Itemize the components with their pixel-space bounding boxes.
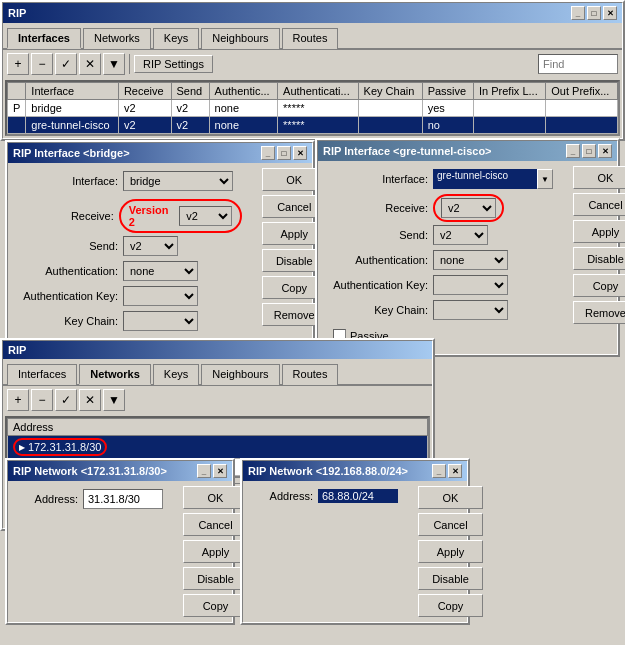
net172-copy-button[interactable]: Copy: [183, 594, 248, 617]
col-send[interactable]: Send: [171, 83, 209, 100]
bridge-close[interactable]: ✕: [293, 146, 307, 160]
net192-apply-button[interactable]: Apply: [418, 540, 483, 563]
tab2-routes[interactable]: Routes: [282, 364, 339, 385]
tab2-networks[interactable]: Networks: [79, 364, 151, 385]
tab2-keys[interactable]: Keys: [153, 364, 199, 385]
net192-cancel-button[interactable]: Cancel: [418, 513, 483, 536]
net192-copy-button[interactable]: Copy: [418, 594, 483, 617]
tab-networks[interactable]: Networks: [83, 28, 151, 49]
maximize-button[interactable]: □: [587, 6, 601, 20]
col-interface[interactable]: Interface: [26, 83, 119, 100]
bridge-send-select[interactable]: v2: [123, 236, 178, 256]
col-inprefix[interactable]: In Prefix L...: [474, 83, 546, 100]
minimize-button[interactable]: _: [571, 6, 585, 20]
gre-interface-value: gre-tunnel-cisco: [433, 169, 538, 189]
table-row[interactable]: ▶ 172.31.31.8/30: [8, 436, 428, 459]
tab2-interfaces[interactable]: Interfaces: [7, 364, 77, 385]
gre-ok-button[interactable]: OK: [573, 166, 625, 189]
gre-cancel-button[interactable]: Cancel: [573, 193, 625, 216]
tab2-neighbours[interactable]: Neighbours: [201, 364, 279, 385]
gre-remove-button[interactable]: Remove: [573, 301, 625, 324]
interfaces-table: Interface Receive Send Authentic... Auth…: [7, 82, 618, 134]
net-remove-button[interactable]: −: [31, 389, 53, 411]
gre-interface-dropdown[interactable]: ▼: [537, 169, 553, 189]
net-x-button[interactable]: ✕: [79, 389, 101, 411]
col-receive[interactable]: Receive: [118, 83, 171, 100]
bridge-maximize[interactable]: □: [277, 146, 291, 160]
bridge-send-label: Send:: [23, 240, 123, 252]
gre-interface-label: Interface:: [333, 173, 433, 185]
rip-network-192-window: RIP Network <192.168.88.0/24> _ ✕ Addres…: [240, 458, 470, 625]
table-row[interactable]: gre-tunnel-cisco v2 v2 none ***** no: [8, 117, 618, 134]
cell-auth1: none: [209, 117, 277, 134]
net192-title-bar: RIP Network <192.168.88.0/24> _ ✕: [243, 461, 467, 481]
receive-send-highlight: Version 2 v2: [119, 199, 242, 233]
net192-close[interactable]: ✕: [448, 464, 462, 478]
bridge-auth-select[interactable]: none: [123, 261, 198, 281]
gre-copy-button[interactable]: Copy: [573, 274, 625, 297]
x-button[interactable]: ✕: [79, 53, 101, 75]
table-row[interactable]: P bridge v2 v2 none ***** yes: [8, 100, 618, 117]
version-badge: Version 2: [129, 204, 175, 228]
gre-authkey-select[interactable]: [433, 275, 508, 295]
gre-send-label: Send:: [333, 229, 433, 241]
add-button[interactable]: +: [7, 53, 29, 75]
net192-disable-button[interactable]: Disable: [418, 567, 483, 590]
net-add-button[interactable]: +: [7, 389, 29, 411]
col-outprefix[interactable]: Out Prefix...: [546, 83, 618, 100]
net172-disable-button[interactable]: Disable: [183, 567, 248, 590]
rip-second-title: RIP: [8, 344, 26, 356]
cell-passive: yes: [422, 100, 473, 117]
remove-button[interactable]: −: [31, 53, 53, 75]
net192-address-value[interactable]: 68.88.0/24: [318, 489, 398, 503]
gre-send-select[interactable]: v2: [433, 225, 488, 245]
arrow-172: ▶: [19, 443, 25, 452]
toolbar-divider: [129, 54, 130, 74]
col-auth1[interactable]: Authentic...: [209, 83, 277, 100]
col-address[interactable]: Address: [8, 419, 428, 436]
check-button[interactable]: ✓: [55, 53, 77, 75]
gre-receive-label: Receive:: [333, 202, 433, 214]
rip-settings-button[interactable]: RIP Settings: [134, 55, 213, 73]
gre-keychain-select[interactable]: [433, 300, 508, 320]
net172-close[interactable]: ✕: [213, 464, 227, 478]
col-p[interactable]: [8, 83, 26, 100]
gre-auth-select[interactable]: none: [433, 250, 508, 270]
bridge-title-bar: RIP Interface <bridge> _ □ ✕: [8, 143, 312, 163]
search-input[interactable]: [538, 54, 618, 74]
col-auth2[interactable]: Authenticati...: [278, 83, 359, 100]
net-check-button[interactable]: ✓: [55, 389, 77, 411]
bridge-interface-select[interactable]: bridge: [123, 171, 233, 191]
net172-title-bar: RIP Network <172.31.31.8/30> _ ✕: [8, 461, 232, 481]
net172-cancel-button[interactable]: Cancel: [183, 513, 248, 536]
gre-maximize[interactable]: □: [582, 144, 596, 158]
tab-interfaces[interactable]: Interfaces: [7, 28, 81, 49]
gre-disable-button[interactable]: Disable: [573, 247, 625, 270]
net192-ok-button[interactable]: OK: [418, 486, 483, 509]
bridge-keychain-row: Key Chain:: [13, 311, 252, 331]
col-keychain[interactable]: Key Chain: [358, 83, 422, 100]
net192-minimize[interactable]: _: [432, 464, 446, 478]
bridge-keychain-select[interactable]: [123, 311, 198, 331]
tab-routes[interactable]: Routes: [282, 28, 339, 49]
net172-ok-button[interactable]: OK: [183, 486, 248, 509]
col-passive[interactable]: Passive: [422, 83, 473, 100]
net172-apply-button[interactable]: Apply: [183, 540, 248, 563]
rip-second-toolbar: + − ✓ ✕ ▼: [3, 386, 432, 414]
gre-receive-select[interactable]: v2: [441, 198, 496, 218]
bridge-authkey-row: Authentication Key:: [13, 286, 252, 306]
bridge-receive-select[interactable]: v2: [179, 206, 232, 226]
tab-keys[interactable]: Keys: [153, 28, 199, 49]
bridge-authkey-select[interactable]: [123, 286, 198, 306]
filter-button[interactable]: ▼: [103, 53, 125, 75]
gre-close[interactable]: ✕: [598, 144, 612, 158]
cell-p: P: [8, 100, 26, 117]
tab-neighbours[interactable]: Neighbours: [201, 28, 279, 49]
bridge-minimize[interactable]: _: [261, 146, 275, 160]
net172-minimize[interactable]: _: [197, 464, 211, 478]
net172-address-input[interactable]: [83, 489, 163, 509]
gre-minimize[interactable]: _: [566, 144, 580, 158]
gre-apply-button[interactable]: Apply: [573, 220, 625, 243]
close-button[interactable]: ✕: [603, 6, 617, 20]
net-filter-button[interactable]: ▼: [103, 389, 125, 411]
